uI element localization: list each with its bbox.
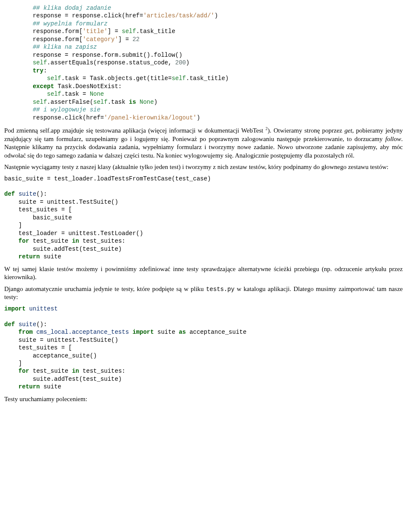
paragraph-3: W tej samej klasie testów możemy i powin… — [4, 265, 403, 282]
code-block-2: basic_suite = test_loader.loadTestsFromT… — [4, 175, 403, 261]
paragraph-1: Pod zmienną self.app znajduje się testow… — [4, 126, 403, 160]
code-block-1: ## klika dodaj zadanie response = respon… — [4, 4, 403, 122]
paragraph-2: Następnie wyciągamy testy z naszej klasy… — [4, 163, 403, 172]
paragraph-4: Django automatycznie uruchamia jedynie t… — [4, 285, 403, 302]
paragraph-5: Testy uruchamiamy poleceniem: — [4, 395, 403, 404]
code-block-3: import unittest def suite(): from cms_lo… — [4, 305, 403, 391]
